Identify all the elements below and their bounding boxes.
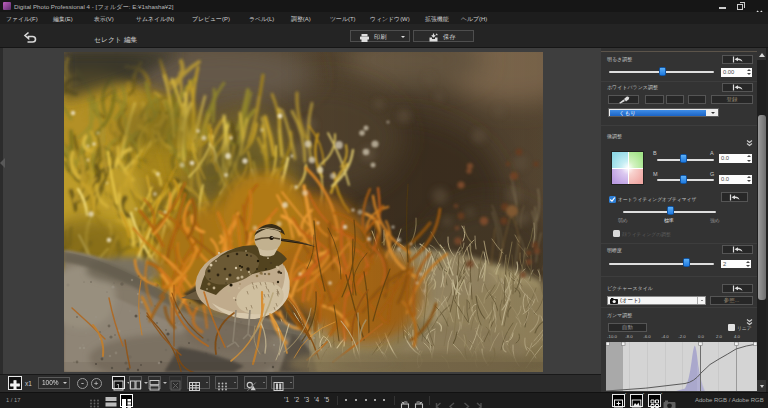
svg-text:1: 1 bbox=[116, 382, 121, 391]
